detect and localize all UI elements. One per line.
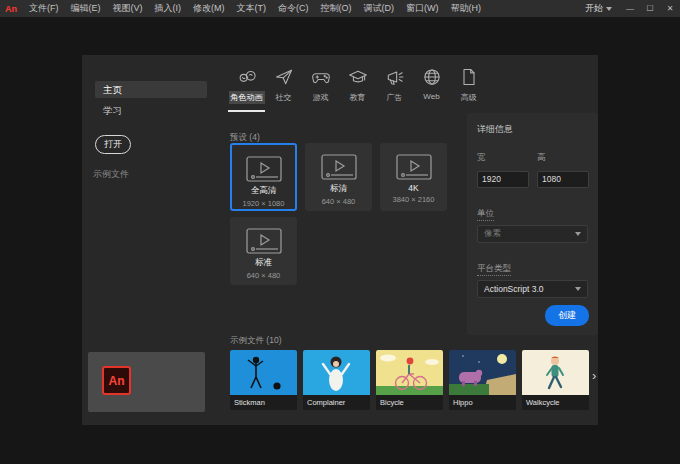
width-label: 宽 (477, 152, 486, 164)
preset-card-sd[interactable]: 标清 640 × 480 (305, 143, 372, 211)
preset-card-standard[interactable]: 标准 640 × 480 (230, 217, 297, 285)
menu-modify[interactable]: 修改(M) (187, 2, 231, 15)
graduation-cap-icon (348, 67, 368, 87)
create-button[interactable]: 创建 (545, 305, 589, 326)
sample-name: Hippo (449, 395, 516, 410)
chevron-down-icon (575, 232, 581, 236)
menu-view[interactable]: 视图(V) (107, 2, 149, 15)
face-glasses-icon (237, 67, 257, 87)
preset-card-full-hd[interactable]: 全高清 1920 × 1080 (230, 143, 297, 211)
sample-card-complainer[interactable]: Complainer (303, 350, 370, 410)
width-input[interactable] (477, 171, 529, 188)
sidebar-item-home[interactable]: 主页 (95, 81, 207, 98)
preset-name: 标清 (330, 183, 347, 195)
workspace-start-tab[interactable]: 开始 (577, 2, 620, 15)
sample-card-bicycle[interactable]: Bicycle (376, 350, 443, 410)
height-label: 高 (537, 152, 546, 164)
menu-debug[interactable]: 调试(D) (358, 2, 401, 15)
tab-label: 广告 (385, 91, 405, 104)
preset-card-4k[interactable]: 4K 3840 × 2160 (380, 143, 447, 211)
preset-dimensions: 1920 × 1080 (243, 199, 285, 208)
workspace-start-label: 开始 (585, 2, 603, 15)
maximize-button[interactable]: ☐ (640, 0, 660, 17)
details-panel: 详细信息 宽 高 单位 像素 平台类型 ActionScript 3.0 (467, 113, 598, 335)
preset-dimensions: 3840 × 2160 (393, 195, 435, 204)
preset-dimensions: 640 × 480 (247, 271, 281, 280)
preset-name: 4K (408, 183, 418, 193)
open-button[interactable]: 打开 (95, 135, 131, 154)
stickman-thumbnail (230, 350, 297, 395)
tab-label: Web (421, 91, 441, 102)
chevron-down-icon (575, 287, 581, 291)
tab-label: 高级 (459, 91, 479, 104)
height-input[interactable] (537, 171, 589, 188)
complainer-thumbnail (303, 350, 370, 395)
app-logo-icon: An (0, 4, 23, 14)
units-value: 像素 (484, 228, 501, 240)
animate-promo-card[interactable]: An (88, 352, 205, 412)
hippo-thumbnail (449, 350, 516, 395)
chevron-down-icon (606, 7, 612, 11)
video-preset-icon (394, 152, 434, 182)
tab-character-animation[interactable]: 角色动画 (228, 63, 265, 112)
animate-window: An 文件(F) 编辑(E) 视图(V) 插入(I) 修改(M) 文本(T) 命… (0, 0, 680, 464)
tab-education[interactable]: 教育 (339, 63, 376, 112)
menu-window[interactable]: 窗口(W) (400, 2, 445, 15)
sample-name: Bicycle (376, 395, 443, 410)
menubar: An 文件(F) 编辑(E) 视图(V) 插入(I) 修改(M) 文本(T) 命… (0, 0, 680, 17)
start-screen-dialog: 主页 学习 打开 示例文件 角色动画 社交 游戏 (82, 55, 598, 425)
sample-card-walkcycle[interactable]: Walkcycle (522, 350, 589, 410)
preset-name: 标准 (255, 257, 272, 269)
sample-name: Walkcycle (522, 395, 589, 410)
tab-label: 角色动画 (229, 91, 265, 104)
globe-icon (422, 67, 442, 87)
platform-type-value: ActionScript 3.0 (484, 284, 544, 294)
sample-files-header: 示例文件 (10) (230, 335, 281, 347)
sidebar-recent-label: 示例文件 (93, 168, 129, 181)
menu-edit[interactable]: 编辑(E) (65, 2, 107, 15)
sample-card-hippo[interactable]: Hippo (449, 350, 516, 410)
menu-insert[interactable]: 插入(I) (149, 2, 188, 15)
megaphone-icon (385, 67, 405, 87)
platform-type-label: 平台类型 (477, 263, 511, 276)
game-controller-icon (311, 67, 331, 87)
platform-type-dropdown[interactable]: ActionScript 3.0 (477, 280, 588, 298)
sidebar-item-learn[interactable]: 学习 (95, 102, 207, 119)
units-dropdown[interactable]: 像素 (477, 225, 588, 243)
menu-file[interactable]: 文件(F) (23, 2, 65, 15)
tab-label: 教育 (348, 91, 368, 104)
tab-web[interactable]: Web (413, 63, 450, 112)
paper-plane-icon (274, 67, 294, 87)
video-preset-icon (244, 154, 284, 184)
tab-ads[interactable]: 广告 (376, 63, 413, 112)
details-header: 详细信息 (477, 123, 588, 136)
units-label: 单位 (477, 208, 494, 221)
tab-advanced[interactable]: 高级 (450, 63, 487, 112)
tab-label: 游戏 (311, 91, 331, 104)
video-preset-icon (319, 152, 359, 182)
tab-label: 社交 (274, 91, 294, 104)
sample-name: Complainer (303, 395, 370, 410)
walkcycle-thumbnail (522, 350, 589, 395)
titlebar-right: 开始 — ☐ ✕ (577, 0, 680, 17)
tab-social[interactable]: 社交 (265, 63, 302, 112)
menu-commands[interactable]: 命令(C) (272, 2, 315, 15)
category-tabs: 角色动画 社交 游戏 教育 (228, 63, 487, 112)
document-icon (459, 67, 479, 87)
sample-name: Stickman (230, 395, 297, 410)
preset-dimensions: 640 × 480 (322, 197, 356, 206)
menu-help[interactable]: 帮助(H) (445, 2, 488, 15)
preset-name: 全高清 (251, 185, 277, 197)
tab-games[interactable]: 游戏 (302, 63, 339, 112)
bicycle-thumbnail (376, 350, 443, 395)
menu-text[interactable]: 文本(T) (231, 2, 273, 15)
minimize-button[interactable]: — (620, 0, 640, 17)
samples-scroll-right-button[interactable]: › (592, 368, 596, 383)
menu-control[interactable]: 控制(O) (315, 2, 358, 15)
close-button[interactable]: ✕ (660, 0, 680, 17)
video-preset-icon (244, 226, 284, 256)
sample-card-stickman[interactable]: Stickman (230, 350, 297, 410)
animate-logo-icon: An (102, 366, 131, 395)
